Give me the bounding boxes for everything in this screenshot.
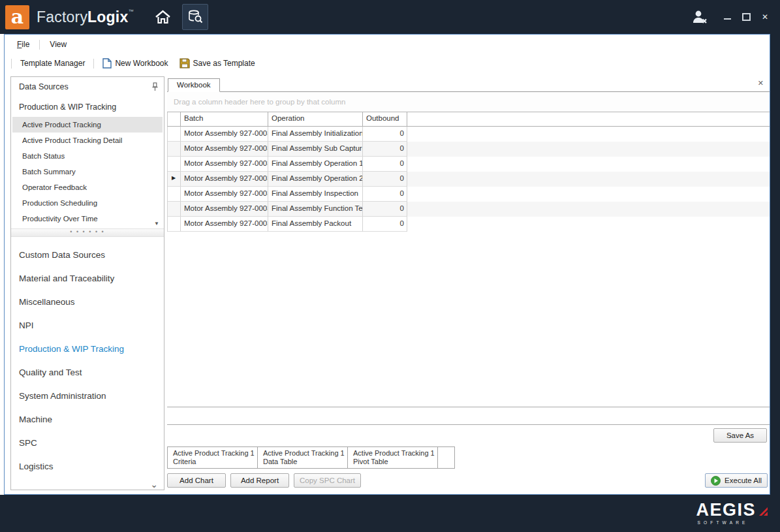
cell-batch[interactable]: Motor Assembly 927-0003	[181, 217, 268, 232]
save-template-icon	[179, 58, 190, 69]
scroll-down-arrow-icon[interactable]: ▼	[154, 221, 159, 227]
table-row[interactable]: Motor Assembly 927-0003 Final Assembly I…	[167, 127, 770, 142]
splitter-grip-icon: • • • • • •	[70, 228, 104, 235]
home-button[interactable]	[152, 6, 174, 28]
row-focus-arrow-icon: ▶	[168, 172, 181, 187]
data-source-list: Active Product Tracking Active Product T…	[11, 117, 164, 228]
category-machine[interactable]: Machine	[11, 408, 164, 431]
row-indicator	[168, 127, 181, 142]
table-row[interactable]: Motor Assembly 927-0003 Final Assembly P…	[167, 217, 770, 232]
category-system-administration[interactable]: System Administration	[11, 384, 164, 408]
tab-stub	[437, 446, 455, 469]
minimize-button[interactable]	[724, 18, 731, 20]
header-operation[interactable]: Operation	[268, 112, 363, 126]
save-as-template-button[interactable]: Save as Template	[177, 57, 258, 70]
header-outbound[interactable]: Outbound	[363, 112, 407, 126]
cell-batch[interactable]: Motor Assembly 927-0003	[181, 142, 268, 157]
new-workbook-button[interactable]: New Workbook	[100, 57, 170, 70]
table-row-focused[interactable]: ▶ Motor Assembly 927-0003 Final Assembly…	[167, 172, 770, 187]
pin-icon[interactable]	[151, 82, 159, 91]
source-item-active-product-tracking[interactable]: Active Product Tracking	[12, 117, 163, 133]
table-row[interactable]: Motor Assembly 927-0003 Final Assembly I…	[167, 187, 770, 202]
table-row[interactable]: Motor Assembly 927-0003 Final Assembly O…	[167, 157, 770, 172]
category-custom-data-sources[interactable]: Custom Data Sources	[11, 243, 164, 267]
header-row-indicator	[168, 112, 181, 126]
cell-operation[interactable]: Final Assembly Operation 2	[268, 172, 363, 187]
template-manager-label: Template Manager	[20, 59, 85, 68]
cell-batch[interactable]: Motor Assembly 927-0003	[181, 187, 268, 202]
close-button[interactable]: ✕	[762, 13, 768, 21]
aegis-subtitle: SOFTWARE	[696, 520, 769, 525]
cell-outbound[interactable]: 0	[363, 172, 407, 187]
category-npi[interactable]: NPI	[11, 314, 164, 337]
tab-criteria-line2: Criteria	[173, 458, 257, 466]
cell-outbound[interactable]: 0	[363, 202, 407, 217]
tab-workbook[interactable]: Workbook	[168, 78, 220, 92]
template-manager-button[interactable]: Template Manager	[18, 57, 87, 69]
category-quality-and-test[interactable]: Quality and Test	[11, 361, 164, 384]
category-production-wip-tracking[interactable]: Production & WIP Tracking	[11, 337, 164, 361]
data-sources-title: Data Sources	[19, 82, 151, 91]
add-report-button[interactable]: Add Report	[230, 473, 289, 488]
cell-outbound[interactable]: 0	[363, 127, 407, 142]
row-indicator	[168, 187, 181, 202]
cell-operation[interactable]: Final Assembly Initialization	[268, 127, 363, 142]
tab-data-table[interactable]: Active Product Tracking 1 Data Table	[257, 446, 348, 469]
cell-outbound[interactable]: 0	[363, 187, 407, 202]
cell-operation[interactable]: Final Assembly Operation 1	[268, 157, 363, 172]
cell-operation[interactable]: Final Assembly Inspection	[268, 187, 363, 202]
cell-operation[interactable]: Final Assembly Packout	[268, 217, 363, 232]
cell-operation[interactable]: Final Assembly Sub Capture	[268, 142, 363, 157]
tab-criteria[interactable]: Active Product Tracking 1 Criteria	[167, 446, 258, 469]
add-chart-button[interactable]: Add Chart	[167, 473, 226, 488]
chevron-down-icon[interactable]: ⌄	[150, 480, 158, 489]
save-as-button[interactable]: Save As	[713, 428, 767, 443]
cell-batch[interactable]: Motor Assembly 927-0003	[181, 202, 268, 217]
cell-batch[interactable]: Motor Assembly 927-0003	[181, 172, 268, 187]
source-item-batch-status[interactable]: Batch Status	[12, 148, 163, 164]
table-row[interactable]: Motor Assembly 927-0003 Final Assembly F…	[167, 202, 770, 217]
workbook-tab-strip: Workbook ✕	[167, 76, 770, 92]
right-frame-strip	[770, 34, 780, 495]
cell-outbound[interactable]: 0	[363, 217, 407, 232]
category-logistics[interactable]: Logistics	[11, 455, 164, 478]
menu-file[interactable]: File	[14, 38, 33, 51]
menu-bar: File View	[5, 35, 770, 54]
source-item-production-scheduling[interactable]: Production Scheduling	[12, 195, 163, 211]
cell-outbound[interactable]: 0	[363, 142, 407, 157]
cell-batch[interactable]: Motor Assembly 927-0003	[181, 157, 268, 172]
source-item-active-product-tracking-detail[interactable]: Active Product Tracking Detail	[12, 133, 163, 148]
client-area: File View Template Manager New Workbook	[4, 34, 770, 495]
execute-all-button[interactable]: Execute All	[705, 473, 768, 488]
tab-pivot-table[interactable]: Active Product Tracking 1 Pivot Table	[347, 446, 438, 469]
group-by-bar[interactable]: Drag a column header here to group by th…	[167, 92, 770, 112]
data-explorer-button[interactable]	[182, 4, 208, 30]
worksheet-tabs: Active Product Tracking 1 Criteria Activ…	[167, 446, 770, 469]
source-item-operator-feedback[interactable]: Operator Feedback	[12, 180, 163, 195]
logoff-button[interactable]	[690, 7, 710, 27]
source-item-productivity-over-time[interactable]: Productivity Over Time	[12, 211, 163, 227]
database-search-icon	[187, 9, 203, 25]
menu-separator	[39, 40, 40, 50]
category-miscellaneous[interactable]: Miscellaneous	[11, 290, 164, 314]
header-batch[interactable]: Batch	[181, 112, 268, 126]
table-row[interactable]: Motor Assembly 927-0003 Final Assembly S…	[167, 142, 770, 157]
panel-splitter[interactable]: • • • • • •	[11, 228, 164, 237]
close-tab-icon[interactable]: ✕	[758, 79, 764, 87]
category-material-and-traceability[interactable]: Material and Traceability	[11, 267, 164, 290]
grid-footer-band	[167, 407, 770, 425]
source-item-batch-summary[interactable]: Batch Summary	[12, 164, 163, 180]
grid-empty-area	[167, 232, 770, 407]
cell-operation[interactable]: Final Assembly Function Test	[268, 202, 363, 217]
toolbar-separator	[93, 59, 94, 69]
tab-pivot-table-line2: Pivot Table	[353, 458, 437, 466]
tab-data-table-line2: Data Table	[263, 458, 347, 466]
maximize-button[interactable]	[742, 13, 751, 21]
category-spc[interactable]: SPC	[11, 431, 164, 455]
menu-view[interactable]: View	[46, 38, 70, 51]
execute-icon	[711, 476, 721, 486]
aegis-brand-text: AEGIS	[696, 502, 756, 518]
cell-outbound[interactable]: 0	[363, 157, 407, 172]
workbook-area: Workbook ✕ Drag a column header here to …	[167, 76, 770, 490]
cell-batch[interactable]: Motor Assembly 927-0003	[181, 127, 268, 142]
